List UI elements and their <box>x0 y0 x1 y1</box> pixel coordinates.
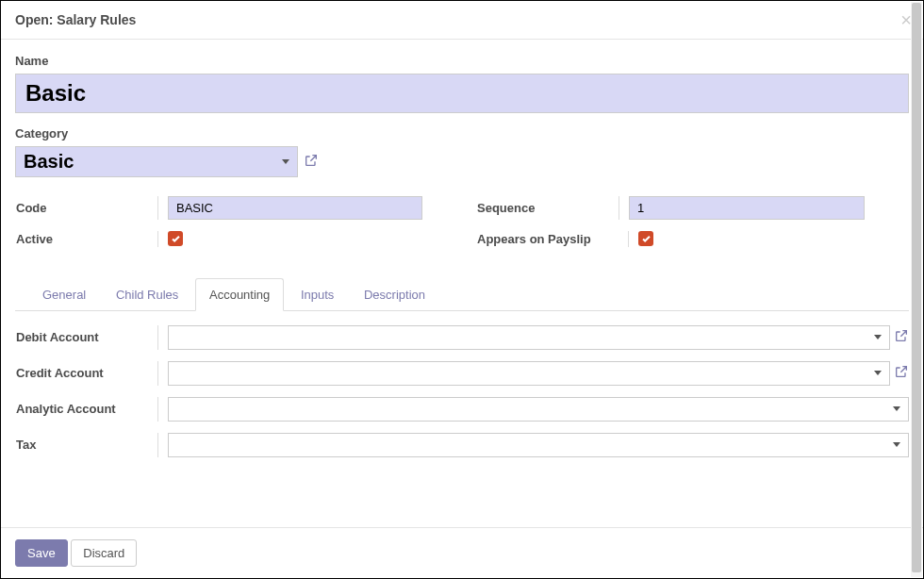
sequence-input[interactable] <box>629 196 865 220</box>
active-row: Active <box>15 231 448 247</box>
chevron-down-icon <box>893 442 900 447</box>
debit-account-select[interactable] <box>168 325 890 350</box>
modal-footer: Save Discard <box>1 527 923 578</box>
active-label: Active <box>16 232 157 246</box>
code-row: Code <box>15 196 448 220</box>
sequence-row: Sequence <box>476 196 909 220</box>
category-value: Basic <box>24 151 74 173</box>
analytic-account-select[interactable] <box>168 397 909 422</box>
credit-account-label: Credit Account <box>16 366 157 380</box>
tab-accounting[interactable]: Accounting <box>195 278 284 311</box>
name-label: Name <box>15 54 909 68</box>
debit-account-label: Debit Account <box>16 330 157 344</box>
chevron-down-icon <box>893 406 900 411</box>
category-select[interactable]: Basic <box>15 146 298 177</box>
tab-general[interactable]: General <box>29 279 99 310</box>
modal-body: Name Category Basic Code Active <box>1 40 923 521</box>
save-button[interactable]: Save <box>15 539 68 567</box>
analytic-account-label: Analytic Account <box>16 402 157 416</box>
tab-inputs[interactable]: Inputs <box>288 279 347 310</box>
discard-button[interactable]: Discard <box>71 539 137 567</box>
appears-label: Appears on Payslip <box>477 232 628 246</box>
chevron-down-icon <box>874 371 882 375</box>
active-checkbox[interactable] <box>168 231 183 246</box>
tax-label: Tax <box>16 438 157 452</box>
chevron-down-icon <box>874 335 882 339</box>
credit-account-select[interactable] <box>168 361 890 386</box>
tax-select[interactable] <box>168 433 909 457</box>
sequence-label: Sequence <box>477 201 619 215</box>
appears-checkbox[interactable] <box>638 231 653 246</box>
category-label: Category <box>15 126 909 141</box>
tab-description[interactable]: Description <box>351 279 438 310</box>
scrollbar[interactable] <box>911 2 922 577</box>
name-input[interactable] <box>15 74 909 113</box>
scrollbar-thumb[interactable] <box>912 3 921 572</box>
code-label: Code <box>16 201 157 215</box>
appears-row: Appears on Payslip <box>476 231 909 247</box>
code-input[interactable] <box>168 196 422 220</box>
chevron-down-icon <box>282 159 289 164</box>
tab-content-accounting: Debit Account Credit Account <box>15 325 909 457</box>
modal-title: Open: Salary Rules <box>15 12 909 27</box>
modal-header: Open: Salary Rules × <box>1 1 923 40</box>
external-link-icon[interactable] <box>894 364 909 382</box>
external-link-icon[interactable] <box>304 153 319 171</box>
tab-child-rules[interactable]: Child Rules <box>103 279 191 310</box>
external-link-icon[interactable] <box>894 328 909 346</box>
tabs-bar: General Child Rules Accounting Inputs De… <box>15 277 909 311</box>
